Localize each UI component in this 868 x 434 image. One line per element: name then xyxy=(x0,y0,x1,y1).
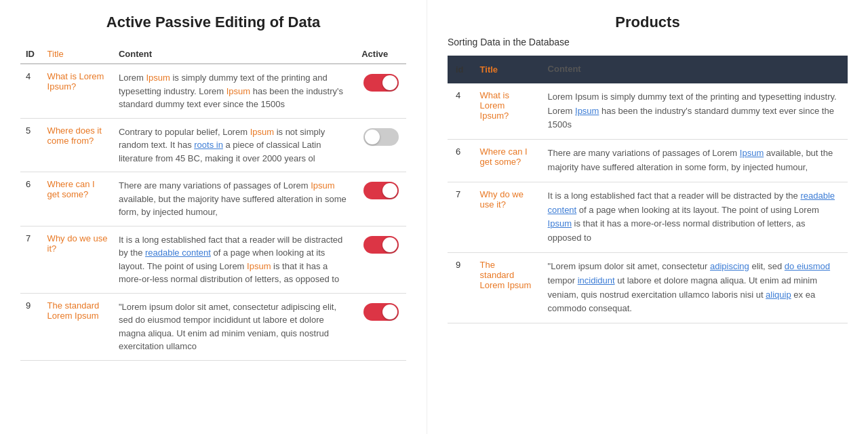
right-row-id: 7 xyxy=(448,182,472,252)
right-row-id: 4 xyxy=(448,83,472,140)
right-row-id: 9 xyxy=(448,252,472,323)
toggle-switch[interactable] xyxy=(363,74,399,92)
row-toggle-cell xyxy=(356,172,406,226)
right-row-id: 6 xyxy=(448,140,472,182)
row-title: Why do we use it? xyxy=(42,226,113,293)
row-toggle-cell xyxy=(356,118,406,172)
table-row: 9 The standard Lorem Ipsum "Lorem ipsum … xyxy=(20,293,406,360)
right-row-title: The standard Lorem Ipsum xyxy=(472,252,540,323)
table-row: 7 Why do we use it? It is a long establi… xyxy=(448,182,848,252)
right-col-header-title: Title xyxy=(472,56,540,83)
right-table: id Title Content 4 What is Lorem Ipsum? … xyxy=(448,56,848,323)
col-header-active: Active xyxy=(356,45,406,64)
table-row: 4 What is Lorem Ipsum? Lorem Ipsum is si… xyxy=(448,83,848,140)
toggle-knob xyxy=(382,75,397,90)
toggle-switch[interactable] xyxy=(363,303,399,321)
col-header-id: ID xyxy=(20,45,42,64)
row-id: 5 xyxy=(20,118,42,172)
table-row: 6 Where can I get some? There are many v… xyxy=(20,172,406,226)
row-id: 4 xyxy=(20,64,42,118)
table-row: 5 Where does it come from? Contrary to p… xyxy=(20,118,406,172)
right-col-header-id: id xyxy=(448,56,472,83)
toggle-knob xyxy=(382,183,397,198)
row-content: It is a long established fact that a rea… xyxy=(113,226,356,293)
toggle-switch[interactable] xyxy=(363,236,399,254)
row-title: Where does it come from? xyxy=(42,118,113,172)
row-id: 6 xyxy=(20,172,42,226)
row-title: The standard Lorem Ipsum xyxy=(42,293,113,360)
row-content: "Lorem ipsum dolor sit amet, consectetur… xyxy=(113,293,356,360)
toggle-switch[interactable] xyxy=(363,128,399,146)
left-title: Active Passive Editing of Data xyxy=(20,14,406,31)
toggle-knob xyxy=(365,130,380,144)
right-row-content: Lorem Ipsum is simply dummy text of the … xyxy=(540,83,848,140)
table-row: 9 The standard Lorem Ipsum "Lorem ipsum … xyxy=(448,252,848,323)
right-row-content: There are many variations of passages of… xyxy=(540,140,848,182)
left-panel: Active Passive Editing of Data ID Title … xyxy=(0,0,427,434)
right-row-title: Where can I get some? xyxy=(472,140,540,182)
col-header-title: Title xyxy=(42,45,113,64)
right-title: Products xyxy=(448,14,848,31)
toggle-knob xyxy=(382,237,397,252)
right-row-title: Why do we use it? xyxy=(472,182,540,252)
row-title: What is Lorem Ipsum? xyxy=(42,64,113,118)
row-id: 7 xyxy=(20,226,42,293)
right-subtitle: Sorting Data in the Database xyxy=(448,37,848,47)
row-content: There are many variations of passages of… xyxy=(113,172,356,226)
row-content: Contrary to popular belief, Lorem Ipsum … xyxy=(113,118,356,172)
row-title: Where can I get some? xyxy=(42,172,113,226)
right-panel: Products Sorting Data in the Database id… xyxy=(427,0,868,434)
right-row-content: It is a long established fact that a rea… xyxy=(540,182,848,252)
row-toggle-cell xyxy=(356,293,406,360)
left-table: ID Title Content Active 4 What is Lorem … xyxy=(20,45,406,361)
right-row-title: What is Lorem Ipsum? xyxy=(472,83,540,140)
toggle-knob xyxy=(382,304,397,319)
col-header-content: Content xyxy=(113,45,356,64)
table-row: 6 Where can I get some? There are many v… xyxy=(448,140,848,182)
table-row: 7 Why do we use it? It is a long establi… xyxy=(20,226,406,293)
row-toggle-cell xyxy=(356,64,406,118)
table-row: 4 What is Lorem Ipsum? Lorem Ipsum is si… xyxy=(20,64,406,118)
toggle-switch[interactable] xyxy=(363,182,399,199)
row-toggle-cell xyxy=(356,226,406,293)
right-col-header-content: Content xyxy=(540,56,848,83)
row-id: 9 xyxy=(20,293,42,360)
row-content: Lorem Ipsum is simply dummy text of the … xyxy=(113,64,356,118)
right-row-content: "Lorem ipsum dolor sit amet, consectetur… xyxy=(540,252,848,323)
